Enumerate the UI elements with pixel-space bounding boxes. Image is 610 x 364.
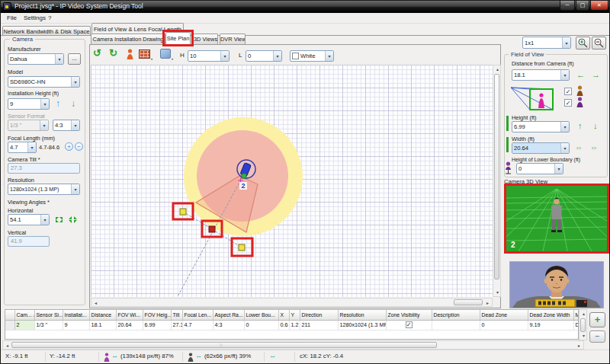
camera-3d-view[interactable]: 2 [504,184,609,254]
table-cell[interactable] [5,320,14,330]
column-header[interactable]: Dead Zone Width [528,310,573,320]
table-vscrollbar[interactable]: ▴ ▾ [579,309,587,340]
widen-angle-icon[interactable] [54,216,64,224]
column-header[interactable]: FOV Wi... [116,310,143,320]
scroll-up-icon[interactable]: ▴ [494,65,501,73]
zoom-out-button[interactable] [592,37,606,49]
site-plan-drawing[interactable]: 2 [91,65,493,297]
table-cell[interactable]: 0.6 [278,320,289,330]
column-header[interactable]: Installat... [63,310,89,320]
rotate-ccw-icon[interactable]: ↺ [93,47,101,59]
table-cell[interactable]: 4.7 [182,320,213,330]
fov-height-down-icon[interactable]: ↓ [593,121,598,130]
fov-width-narrow-icon[interactable]: ⇔ [575,143,583,152]
wall-tool-icon[interactable] [139,49,150,59]
table-cell[interactable]: 211 [300,320,338,330]
installation-height-select[interactable]: 9▾ [8,98,50,110]
site-plan-canvas[interactable]: 2 [91,65,493,297]
table-cell[interactable]: 2 [14,320,34,330]
vscroll-thumb[interactable] [494,74,499,279]
table-cell[interactable]: 1/3 " [34,320,63,330]
title-bar[interactable]: Project1.jvsg* - IP Video System Design … [1,1,610,13]
column-header[interactable]: Lower Bou... [244,310,278,320]
column-header[interactable]: Description [432,310,480,320]
distance-select[interactable]: 18.1▾ [512,69,570,81]
table-cell[interactable]: 9 [63,320,89,330]
scroll-right-icon[interactable]: ▸ [576,342,583,350]
maximize-button[interactable]: ▢ [576,1,589,11]
table-cell[interactable]: 18.1 [89,320,116,330]
horizontal-angle-select[interactable]: 54.1▾ [8,214,50,225]
scroll-right-icon[interactable]: ▸ [484,299,491,307]
table-hscroll-thumb[interactable]: ⁞⁞ [11,342,437,348]
fov-height-select[interactable]: 6.99▾ [512,121,570,133]
scroll-down-icon[interactable]: ▾ [494,289,501,296]
column-header[interactable]: Y [289,310,300,320]
table-row[interactable]: 21/3 "918.120.646.9927.34.74:300.61.2211… [5,320,579,330]
canvas-hscrollbar[interactable]: ◂ ▸ [91,298,493,307]
column-header[interactable]: Cam...▵ [14,310,34,320]
show-person2-checkbox[interactable]: ✓ [564,99,572,107]
box-tool-icon[interactable] [160,49,171,59]
scroll-left-icon[interactable]: ◂ [4,342,11,350]
color-select[interactable]: White▾ [290,50,334,62]
scroll-left-icon[interactable]: ◂ [92,299,99,307]
wall-lower-select[interactable]: 0▾ [246,50,282,62]
table-cell[interactable] [432,320,480,330]
table-cell[interactable]: 1280x1024 (1.3 MP [338,320,386,330]
manufacturer-more-button[interactable]: ... [68,53,81,65]
focal-plus-button[interactable]: + [65,142,73,151]
wall-height-select[interactable]: 10▾ [188,50,230,62]
fov-width-select[interactable]: 20.64▾ [512,142,570,154]
scroll-down-icon[interactable]: ▾ [580,332,587,340]
column-header[interactable]: Direction [300,310,338,320]
column-header[interactable]: Dead Zone [480,310,528,320]
tab-3d-views[interactable]: 3D Views [193,34,218,44]
add-camera-button[interactable]: + [589,312,605,327]
distance-increase-icon[interactable]: → [592,70,600,79]
column-header[interactable]: Aspect Ra... [213,310,244,320]
column-header[interactable]: FOV Heig... [143,310,171,320]
table-cell[interactable]: 6.99 [143,320,171,330]
column-header[interactable]: Distance [89,310,116,320]
aspect-ratio-select[interactable]: 4:3▾ [53,120,80,131]
show-person-checkbox[interactable]: ✓ [564,88,572,95]
menu-help[interactable]: ? [45,14,54,22]
camera-table[interactable]: Cam...▵Sensor Si...Installat...DistanceF… [5,309,579,340]
table-vscroll-thumb[interactable] [580,318,586,332]
column-header[interactable]: Resolution [338,310,386,320]
rotate-cw-icon[interactable]: ↻ [109,47,117,59]
menu-file[interactable]: File [4,14,20,22]
minimize-button[interactable]: ─ [560,1,575,11]
scroll-up-icon[interactable]: ▴ [580,310,587,318]
table-cell[interactable]: 1.2 [289,320,300,330]
column-header[interactable]: X [278,310,289,320]
manufacturer-select[interactable]: Dahua▾ [8,53,64,65]
table-cell[interactable]: Dah [573,320,579,330]
grid-layout-select[interactable]: 1x1▾ [522,37,571,49]
height-down-icon[interactable]: ↓ [71,98,75,109]
remove-camera-button[interactable]: − [589,330,605,343]
table-cell[interactable]: 9.19 [528,320,573,330]
lower-boundary-select[interactable]: 0▾ [516,163,563,174]
hscroll-thumb[interactable] [454,299,483,305]
distance-decrease-icon[interactable]: ← [576,70,585,79]
zone-visibility-checkbox[interactable]: ✓ [406,321,413,328]
fov-corner-handle-right[interactable] [239,244,245,251]
table-cell[interactable]: 27.3 [171,320,182,330]
focal-length-select[interactable]: 4.7▾ [8,142,37,153]
resolution-select[interactable]: 1280x1024 (1.3 MP)▾ [8,184,80,195]
tab-camera-installation-drawing[interactable]: Camera Installation Drawing [91,34,165,44]
table-cell[interactable]: ✓ [386,320,432,330]
column-header[interactable]: Zone Visibility [386,310,432,320]
wall-tool-dropdown-icon[interactable]: ▾ [151,57,152,61]
fov-direction-handle[interactable] [209,226,215,232]
table-cell[interactable]: 0 [244,320,278,330]
height-up-icon[interactable]: ↑ [56,98,60,109]
table-cell[interactable]: 4:3 [213,320,244,330]
column-header[interactable]: Sensor Si... [34,310,63,320]
add-person-icon[interactable] [126,49,134,60]
zoom-in-button[interactable] [576,37,590,49]
focal-minus-button[interactable]: − [75,142,83,151]
column-header[interactable]: Tilt [171,310,182,320]
